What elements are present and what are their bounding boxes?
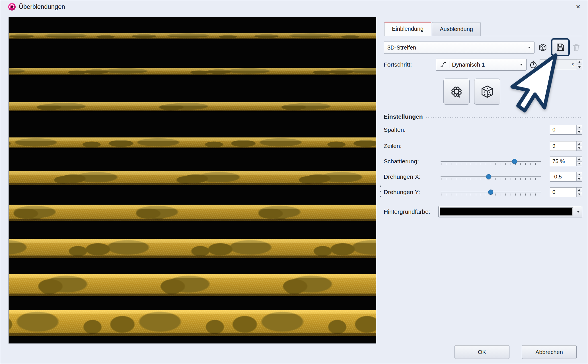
drehungen-y-slider[interactable] — [441, 187, 541, 197]
clover-icon — [449, 84, 464, 99]
zeilen-value: 9 — [550, 143, 576, 149]
setting-row-drehungen-x: Drehungen X: -0,5 — [384, 172, 582, 182]
spalten-spinner[interactable] — [576, 125, 582, 134]
drehungen-x-label: Drehungen X: — [384, 172, 421, 182]
cancel-button[interactable]: Abbrechen — [522, 345, 577, 359]
preview-canvas — [9, 17, 376, 344]
drehungen-x-spinner[interactable] — [576, 172, 582, 181]
delete-transition-button[interactable] — [570, 42, 583, 54]
schattierung-spinner[interactable] — [576, 157, 582, 166]
dice-cube-icon — [480, 84, 495, 99]
drehungen-y-slider-handle[interactable] — [488, 190, 493, 195]
trash-icon — [572, 43, 581, 52]
save-transition-button[interactable] — [554, 41, 567, 53]
preview-stripe-9 — [9, 310, 376, 336]
titlebar: Überblendungen ✕ — [0, 0, 588, 14]
close-button[interactable]: ✕ — [573, 2, 583, 11]
drehungen-y-value: 0 — [550, 189, 576, 195]
setting-row-hintergrundfarbe: Hintergrundfarbe: — [384, 206, 582, 217]
setting-row-zeilen: Zeilen: 9 — [384, 141, 582, 151]
spalten-value: 0 — [550, 127, 576, 133]
preview-stripe-1 — [9, 33, 376, 39]
fortschritt-label: Fortschritt: — [384, 59, 412, 71]
dice-random-button[interactable] — [474, 79, 500, 105]
preview-stripe-2 — [9, 68, 376, 75]
duration-spinner[interactable] — [577, 59, 582, 70]
chevron-down-icon — [577, 211, 580, 213]
app-logo-icon — [8, 3, 16, 11]
ok-button[interactable]: OK — [455, 345, 509, 359]
zeilen-input[interactable]: 9 — [550, 141, 582, 151]
schattierung-label: Schattierung: — [384, 156, 419, 166]
color-swatch — [440, 207, 573, 216]
preview-stripe-8 — [9, 274, 376, 296]
drehungen-x-value: -0,5 — [550, 174, 576, 180]
curve-select-value: Dynamisch 1 — [452, 61, 485, 68]
splitter-handle[interactable] — [379, 186, 382, 197]
settings-section-header: Einstellungen — [384, 113, 582, 120]
tabbar: Einblendung Ausblendung — [384, 22, 582, 36]
lucky-random-button[interactable] — [443, 79, 470, 105]
curve-icon — [440, 61, 449, 68]
drehungen-y-spinner[interactable] — [576, 188, 582, 197]
drehungen-y-input[interactable]: 0 — [550, 187, 582, 197]
save-icon — [556, 43, 565, 52]
preview-stripe-5 — [9, 171, 376, 185]
slider-track — [441, 161, 541, 162]
hintergrundfarbe-label: Hintergrundfarbe: — [384, 206, 430, 217]
slider-ticks — [441, 163, 540, 165]
schattierung-value: 75 % — [550, 158, 576, 164]
window-title: Überblendungen — [19, 3, 65, 11]
preview-stripe-3 — [9, 102, 376, 111]
transitions-dialog: Überblendungen ✕ Einblendung Ausblendung… — [0, 0, 588, 364]
preview-stripe-7 — [9, 239, 376, 258]
settings-header-label: Einstellungen — [384, 113, 423, 120]
drehungen-x-slider[interactable] — [441, 172, 541, 182]
drehungen-x-slider-handle[interactable] — [486, 174, 491, 179]
setting-row-drehungen-y: Drehungen Y: 0 — [384, 187, 582, 197]
spalten-input[interactable]: 0 — [550, 125, 582, 135]
zeilen-spinner[interactable] — [576, 141, 582, 151]
dotted-divider — [426, 117, 582, 118]
tab-einblendung[interactable]: Einblendung — [384, 22, 431, 36]
duration-unit: s — [572, 61, 577, 68]
preview-stripe-4 — [9, 137, 376, 148]
drehungen-x-input[interactable]: -0,5 — [550, 172, 582, 182]
background-color-picker[interactable] — [438, 206, 582, 217]
slider-ticks — [441, 178, 540, 180]
schattierung-input[interactable]: 75 % — [550, 157, 582, 166]
tab-ausblendung[interactable]: Ausblendung — [432, 22, 481, 36]
setting-row-schattierung: Schattierung: 75 % — [384, 156, 582, 166]
preview-stripe-6 — [9, 205, 376, 221]
transition-select-value: 3D-Streifen — [387, 44, 416, 51]
setting-row-spalten: Spalten: 0 — [384, 125, 582, 135]
drehungen-y-label: Drehungen Y: — [384, 187, 420, 197]
spalten-label: Spalten: — [384, 125, 406, 135]
zeilen-label: Zeilen: — [384, 141, 402, 151]
schattierung-slider[interactable] — [441, 156, 541, 166]
color-picker-dropdown[interactable] — [574, 206, 582, 217]
